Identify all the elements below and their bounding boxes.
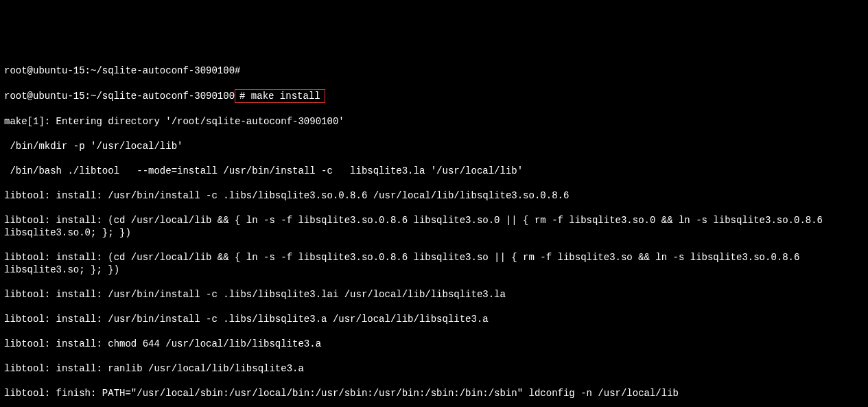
output-line: libtool: install: /usr/bin/install -c .l… xyxy=(4,313,864,325)
output-line: libtool: install: (cd /usr/local/lib && … xyxy=(4,251,864,276)
output-line: /bin/bash ./libtool --mode=install /usr/… xyxy=(4,165,864,177)
prompt-text: root@ubuntu-15:~/sqlite-autoconf-3090100 xyxy=(4,91,235,102)
output-line: libtool: install: (cd /usr/local/lib && … xyxy=(4,214,864,239)
prompt-line-2: root@ubuntu-15:~/sqlite-autoconf-3090100… xyxy=(4,89,864,103)
output-line: libtool: finish: PATH="/usr/local/sbin:/… xyxy=(4,387,864,399)
output-line: libtool: install: ranlib /usr/local/lib/… xyxy=(4,362,864,375)
terminal-output[interactable]: root@ubuntu-15:~/sqlite-autoconf-3090100… xyxy=(4,52,864,407)
highlighted-command: # make install xyxy=(235,89,325,103)
prompt-line-1: root@ubuntu-15:~/sqlite-autoconf-3090100… xyxy=(4,65,864,77)
output-line: libtool: install: chmod 644 /usr/local/l… xyxy=(4,338,864,350)
prompt-text: root@ubuntu-15:~/sqlite-autoconf-3090100… xyxy=(4,65,240,76)
output-line: make[1]: Entering directory '/root/sqlit… xyxy=(4,115,864,128)
output-line: libtool: install: /usr/bin/install -c .l… xyxy=(4,189,864,202)
output-line: libtool: install: /usr/bin/install -c .l… xyxy=(4,288,864,301)
output-line: /bin/mkdir -p '/usr/local/lib' xyxy=(4,140,864,152)
